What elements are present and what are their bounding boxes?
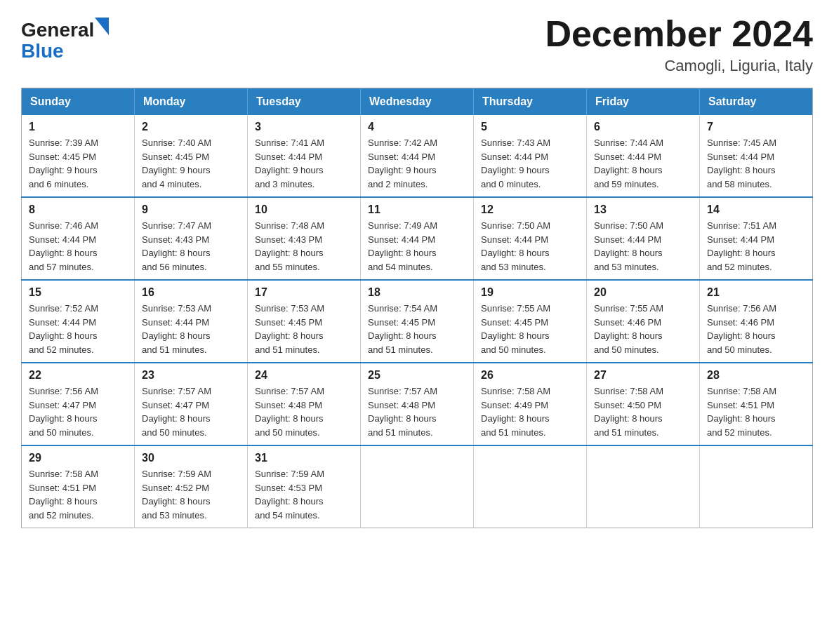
sunrise-label: Sunrise: 7:53 AM [142,303,211,314]
sunset-label: Sunset: 4:52 PM [142,483,209,493]
sunset-label: Sunset: 4:44 PM [707,152,774,162]
day-number: 14 [707,203,805,216]
calendar-cell: 6 Sunrise: 7:44 AM Sunset: 4:44 PM Dayli… [587,115,700,197]
sunset-label: Sunset: 4:44 PM [255,152,322,162]
sunrise-label: Sunrise: 7:54 AM [368,303,437,314]
day-number: 2 [142,121,240,133]
sunset-label: Sunset: 4:44 PM [29,234,96,245]
daylight-label: Daylight: 8 hours [368,413,437,424]
calendar-cell: 2 Sunrise: 7:40 AM Sunset: 4:45 PM Dayli… [135,115,248,197]
day-number: 7 [707,121,805,133]
day-number: 4 [368,121,466,133]
day-info: Sunrise: 7:59 AM Sunset: 4:53 PM Dayligh… [255,467,353,522]
daylight-label: Daylight: 8 hours [594,330,663,341]
sunset-label: Sunset: 4:47 PM [29,400,96,410]
sunrise-label: Sunrise: 7:58 AM [707,386,776,396]
sunrise-label: Sunrise: 7:39 AM [29,137,98,148]
day-number: 6 [594,121,692,133]
daylight-minutes: and 51 minutes. [368,427,433,438]
page-subtitle: Camogli, Liguria, Italy [545,57,813,75]
calendar-cell [700,445,813,528]
calendar-cell [474,445,587,528]
day-info: Sunrise: 7:47 AM Sunset: 4:43 PM Dayligh… [142,219,240,274]
week-row-2: 8 Sunrise: 7:46 AM Sunset: 4:44 PM Dayli… [22,197,813,280]
daylight-minutes: and 51 minutes. [594,427,659,438]
daylight-label: Daylight: 8 hours [142,496,211,507]
daylight-label: Daylight: 9 hours [29,165,98,175]
day-number: 16 [142,286,240,299]
day-number: 22 [29,369,127,382]
sunset-label: Sunset: 4:44 PM [707,234,774,245]
calendar-cell: 13 Sunrise: 7:50 AM Sunset: 4:44 PM Dayl… [587,197,700,280]
week-row-1: 1 Sunrise: 7:39 AM Sunset: 4:45 PM Dayli… [22,115,813,197]
daylight-label: Daylight: 8 hours [29,330,98,341]
sunset-label: Sunset: 4:45 PM [29,152,96,162]
day-info: Sunrise: 7:42 AM Sunset: 4:44 PM Dayligh… [368,136,466,191]
sunrise-label: Sunrise: 7:55 AM [594,303,663,314]
day-number: 29 [29,452,127,464]
sunset-label: Sunset: 4:44 PM [368,234,435,245]
sunrise-label: Sunrise: 7:57 AM [142,386,211,396]
daylight-minutes: and 56 minutes. [142,262,207,272]
page-header: General Blue December 2024 Camogli, Ligu… [21,14,813,75]
day-number: 18 [368,286,466,299]
daylight-label: Daylight: 8 hours [707,330,776,341]
day-number: 19 [481,286,579,299]
sunset-label: Sunset: 4:44 PM [368,152,435,162]
sunset-label: Sunset: 4:45 PM [481,317,548,328]
day-number: 17 [255,286,353,299]
daylight-minutes: and 58 minutes. [707,179,772,189]
sunrise-label: Sunrise: 7:40 AM [142,137,211,148]
calendar-cell: 28 Sunrise: 7:58 AM Sunset: 4:51 PM Dayl… [700,363,813,445]
daylight-minutes: and 53 minutes. [142,510,207,521]
sunset-label: Sunset: 4:50 PM [594,400,661,410]
day-number: 31 [255,452,353,464]
header-saturday: Saturday [700,88,813,116]
daylight-minutes: and 50 minutes. [594,344,659,355]
sunset-label: Sunset: 4:49 PM [481,400,548,410]
calendar-cell: 4 Sunrise: 7:42 AM Sunset: 4:44 PM Dayli… [361,115,474,197]
sunrise-label: Sunrise: 7:58 AM [29,469,98,479]
daylight-label: Daylight: 8 hours [255,413,324,424]
calendar-cell: 26 Sunrise: 7:58 AM Sunset: 4:49 PM Dayl… [474,363,587,445]
calendar-cell: 11 Sunrise: 7:49 AM Sunset: 4:44 PM Dayl… [361,197,474,280]
sunrise-label: Sunrise: 7:58 AM [594,386,663,396]
sunset-label: Sunset: 4:44 PM [142,317,209,328]
sunrise-label: Sunrise: 7:42 AM [368,137,437,148]
calendar-cell: 19 Sunrise: 7:55 AM Sunset: 4:45 PM Dayl… [474,280,587,363]
title-area: December 2024 Camogli, Liguria, Italy [545,14,813,75]
day-info: Sunrise: 7:53 AM Sunset: 4:45 PM Dayligh… [255,302,353,356]
sunset-label: Sunset: 4:43 PM [255,234,322,245]
daylight-minutes: and 53 minutes. [594,262,659,272]
day-info: Sunrise: 7:43 AM Sunset: 4:44 PM Dayligh… [481,136,579,191]
daylight-minutes: and 54 minutes. [368,262,433,272]
sunset-label: Sunset: 4:45 PM [142,152,209,162]
sunset-label: Sunset: 4:44 PM [594,152,661,162]
day-number: 12 [481,203,579,216]
svg-text:Blue: Blue [21,40,64,62]
day-info: Sunrise: 7:54 AM Sunset: 4:45 PM Dayligh… [368,302,466,356]
sunrise-label: Sunrise: 7:45 AM [707,137,776,148]
day-number: 11 [368,203,466,216]
sunset-label: Sunset: 4:48 PM [368,400,435,410]
calendar-cell: 18 Sunrise: 7:54 AM Sunset: 4:45 PM Dayl… [361,280,474,363]
sunrise-label: Sunrise: 7:57 AM [255,386,324,396]
daylight-label: Daylight: 8 hours [29,248,98,258]
sunrise-label: Sunrise: 7:56 AM [707,303,776,314]
calendar-table: SundayMondayTuesdayWednesdayThursdayFrid… [21,88,813,528]
daylight-minutes: and 52 minutes. [707,262,772,272]
day-number: 30 [142,452,240,464]
header-wednesday: Wednesday [361,88,474,116]
day-info: Sunrise: 7:45 AM Sunset: 4:44 PM Dayligh… [707,136,805,191]
daylight-label: Daylight: 8 hours [707,165,776,175]
sunrise-label: Sunrise: 7:41 AM [255,137,324,148]
day-number: 9 [142,203,240,216]
day-info: Sunrise: 7:46 AM Sunset: 4:44 PM Dayligh… [29,219,127,274]
calendar-cell: 25 Sunrise: 7:57 AM Sunset: 4:48 PM Dayl… [361,363,474,445]
day-number: 20 [594,286,692,299]
day-number: 26 [481,369,579,382]
daylight-label: Daylight: 9 hours [142,165,211,175]
calendar-cell: 17 Sunrise: 7:53 AM Sunset: 4:45 PM Dayl… [248,280,361,363]
calendar-cell: 31 Sunrise: 7:59 AM Sunset: 4:53 PM Dayl… [248,445,361,528]
calendar-cell: 10 Sunrise: 7:48 AM Sunset: 4:43 PM Dayl… [248,197,361,280]
